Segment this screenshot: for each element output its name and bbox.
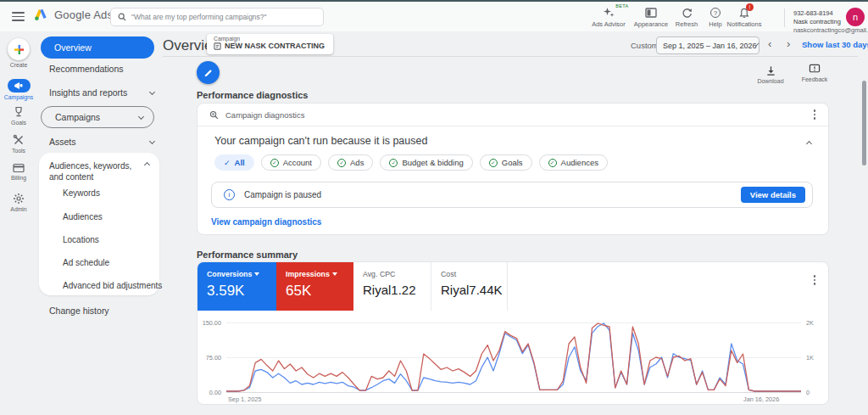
right-axis-tick: 1K bbox=[806, 354, 814, 362]
rail-item-campaigns[interactable]: Campaigns bbox=[0, 79, 37, 100]
x-axis-start-label: Sep 1, 2025 bbox=[228, 395, 261, 403]
account-email: naskcontractingco@gmail.com bbox=[793, 26, 846, 35]
campaign-scope-chip[interactable]: Campaign NEW NASK CONTRACTING bbox=[207, 34, 333, 54]
right-axis-tick: 0 bbox=[806, 389, 810, 396]
vertical-scrollbar[interactable] bbox=[862, 81, 866, 165]
date-range-value: Sep 1, 2025 – Jan 16, 2026 bbox=[663, 42, 757, 50]
metric-tile-cost[interactable]: Cost Riyal7.44K bbox=[431, 262, 508, 311]
sidebar-item-assets[interactable]: Assets bbox=[49, 137, 154, 147]
green-check-icon: ✓ bbox=[337, 159, 346, 167]
notifications-button[interactable]: ! Notifications bbox=[722, 7, 766, 28]
sidebar-item-insights[interactable]: Insights and reports bbox=[49, 87, 154, 98]
top-app-bar: Google Ads BETA Ads Advisor Appearance bbox=[0, 2, 868, 31]
collapse-chevron-icon[interactable] bbox=[806, 141, 812, 147]
edit-campaign-button[interactable] bbox=[197, 61, 220, 84]
metric-tile-impressions[interactable]: Impressions 65K bbox=[276, 262, 353, 311]
sidebar-item-recommendations[interactable]: Recommendations bbox=[49, 64, 124, 74]
google-ads-logo-icon bbox=[34, 8, 48, 21]
sparkle-icon bbox=[603, 7, 615, 19]
account-name: 932-683-8194 Nask contracting bbox=[793, 9, 846, 26]
diagnostics-section-title: Performance diagnostics bbox=[197, 90, 308, 100]
sidebar-item-advanced-bid-adjustments[interactable]: Advanced bid adjustments bbox=[63, 281, 162, 290]
campaign-diagnostics-header[interactable]: Campaign diagnostics bbox=[198, 104, 828, 126]
search-bar[interactable] bbox=[110, 8, 324, 26]
navigation-rail: Create Campaigns Goals Tools Bil bbox=[0, 31, 37, 415]
x-axis-end-label: Jan 16, 2026 bbox=[743, 395, 779, 403]
sidebar-item-locations[interactable]: Locations bbox=[63, 235, 99, 244]
conversions-line-series bbox=[226, 323, 801, 391]
performance-line-chart[interactable] bbox=[226, 322, 801, 393]
green-check-icon: ✓ bbox=[548, 159, 557, 167]
chip-budget-bidding[interactable]: ✓Budget & bidding bbox=[380, 154, 472, 171]
diagnostics-search-icon bbox=[209, 110, 219, 120]
chip-goals[interactable]: ✓Goals bbox=[480, 154, 532, 171]
sidebar-item-ad-schedule[interactable]: Ad schedule bbox=[63, 258, 109, 267]
create-plus-icon bbox=[8, 38, 30, 60]
rail-item-goals[interactable]: Goals bbox=[0, 106, 37, 126]
diagnostics-card-title: Campaign diagnostics bbox=[225, 110, 804, 120]
rail-item-billing[interactable]: Billing bbox=[0, 163, 37, 181]
rail-item-tools[interactable]: Tools bbox=[0, 134, 37, 154]
sidebar-item-audiences-group[interactable]: Audiences, keywords, and content bbox=[49, 160, 149, 182]
account-info[interactable]: 932-683-8194 Nask contracting naskcontra… bbox=[793, 9, 846, 35]
chevron-down-icon bbox=[138, 113, 144, 119]
view-campaign-diagnostics-link[interactable]: View campaign diagnostics bbox=[211, 217, 321, 227]
date-range-selector[interactable]: Sep 1, 2025 – Jan 16, 2026 bbox=[656, 36, 760, 54]
left-axis-tick: 0.00 bbox=[209, 389, 221, 396]
sidebar-item-overview[interactable]: Overview bbox=[41, 36, 154, 59]
topbar-divider bbox=[784, 8, 785, 27]
refresh-icon bbox=[682, 8, 693, 19]
impressions-value: 65K bbox=[286, 283, 353, 300]
download-icon bbox=[765, 65, 776, 76]
show-last-30-days-link[interactable]: Show last 30 days bbox=[802, 40, 868, 49]
performance-summary-card: Conversions 3.59K Impressions 65K Avg. C… bbox=[197, 261, 829, 405]
right-axis-tick: 2K bbox=[806, 319, 814, 327]
campaigns-megaphone-icon bbox=[8, 79, 31, 93]
green-check-icon: ✓ bbox=[389, 159, 398, 167]
impressions-line-series bbox=[226, 323, 801, 391]
chevron-down-icon bbox=[149, 88, 155, 94]
feedback-button[interactable]: Feedback bbox=[795, 64, 834, 82]
chip-account[interactable]: ✓Account bbox=[261, 154, 321, 171]
chip-ads[interactable]: ✓Ads bbox=[328, 154, 373, 171]
sidebar-item-audiences[interactable]: Audiences bbox=[63, 212, 103, 222]
avatar[interactable]: n bbox=[846, 8, 865, 26]
google-ads-logo: Google Ads bbox=[34, 8, 113, 21]
rail-item-admin[interactable]: Admin bbox=[0, 193, 37, 212]
cost-value: Riyal7.44K bbox=[441, 283, 507, 297]
diagnostics-kebab-menu[interactable] bbox=[811, 107, 819, 122]
scope-type-label: Campaign bbox=[214, 36, 325, 42]
info-icon: i bbox=[224, 189, 235, 200]
diagnostics-filter-chips: ✓All ✓Account ✓Ads ✓Budget & bidding ✓Go… bbox=[214, 154, 608, 171]
issue-row: i Campaign is paused View details bbox=[211, 182, 813, 208]
search-input[interactable] bbox=[131, 13, 316, 21]
next-period-button[interactable]: › bbox=[787, 37, 790, 50]
metric-tile-conversions[interactable]: Conversions 3.59K bbox=[198, 262, 276, 311]
rail-item-create[interactable]: Create bbox=[0, 38, 37, 68]
diagnostics-card: Campaign diagnostics Your campaign can't… bbox=[197, 103, 829, 235]
sidebar-item-change-history[interactable]: Change history bbox=[49, 306, 109, 316]
check-icon: ✓ bbox=[224, 159, 231, 167]
dropdown-arrow-icon bbox=[254, 272, 259, 276]
ads-advisor-button[interactable]: BETA Ads Advisor bbox=[587, 7, 631, 28]
summary-kebab-menu[interactable] bbox=[811, 272, 819, 288]
metric-tile-avg-cpc[interactable]: Avg. CPC Riyal1.22 bbox=[353, 262, 431, 311]
prev-period-button[interactable]: ‹ bbox=[768, 37, 771, 50]
chip-audiences[interactable]: ✓Audiences bbox=[539, 154, 608, 171]
credit-card-icon bbox=[13, 163, 25, 173]
trophy-icon bbox=[13, 106, 25, 118]
menu-icon[interactable] bbox=[12, 12, 25, 21]
search-icon bbox=[118, 13, 126, 21]
view-details-button[interactable]: View details bbox=[741, 187, 805, 203]
header-divider bbox=[163, 56, 858, 57]
chevron-down-icon bbox=[149, 137, 155, 143]
campaign-name: NEW NASK CONTRACTING bbox=[225, 42, 325, 50]
notification-badge: ! bbox=[746, 3, 754, 11]
sidebar-item-campaigns[interactable]: Campaigns bbox=[41, 106, 154, 128]
chip-all[interactable]: ✓All bbox=[214, 154, 254, 171]
issue-text: Campaign is paused bbox=[244, 190, 732, 199]
sidebar-item-keywords[interactable]: Keywords bbox=[63, 188, 100, 198]
green-check-icon: ✓ bbox=[489, 159, 498, 167]
download-button[interactable]: Download bbox=[751, 65, 790, 84]
chevron-up-icon bbox=[144, 162, 150, 168]
